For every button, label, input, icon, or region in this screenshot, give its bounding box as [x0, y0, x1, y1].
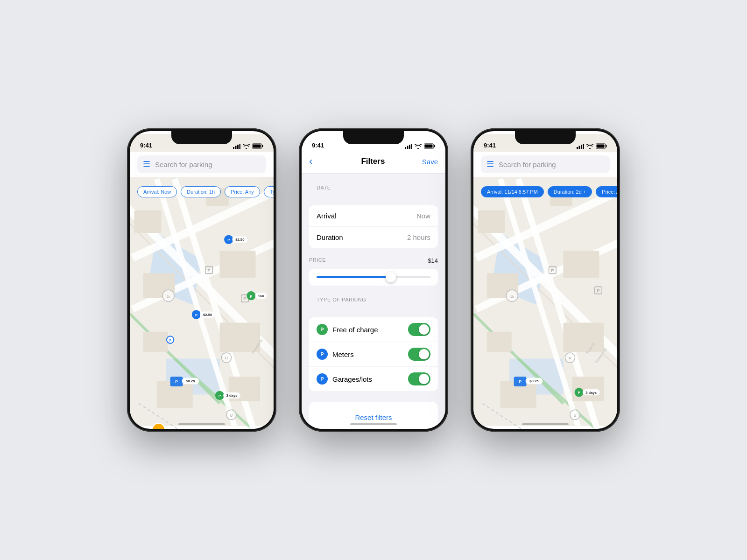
battery-icon-3	[596, 143, 607, 149]
svg-text:P: P	[175, 379, 178, 384]
type-label: TYPE OF PARKING	[309, 297, 445, 306]
phone-1: 9:41	[127, 128, 276, 432]
svg-rect-74	[434, 145, 435, 147]
svg-text:U: U	[569, 356, 571, 360]
duration-label: Duration	[317, 233, 343, 241]
wifi-icon-1	[243, 144, 250, 149]
toggle-rows: P Free of charge P Meters P Garages/lots	[309, 317, 438, 391]
search-bar-1[interactable]: ☰ Search for parking	[137, 155, 266, 173]
arrival-value: Now	[416, 212, 430, 220]
status-icons-3	[577, 143, 607, 149]
svg-text:P: P	[207, 268, 211, 273]
garages-icon: P	[317, 373, 328, 385]
svg-text:P: P	[218, 394, 221, 398]
svg-rect-72	[411, 144, 413, 149]
home-bar-1	[178, 423, 225, 425]
back-button[interactable]: ‹	[309, 155, 324, 168]
chip-type-1[interactable]: Type	[264, 186, 274, 197]
chip-arrival-3[interactable]: Arrival: 11/14 6:57 PM	[481, 186, 544, 197]
reset-button[interactable]: Reset filters	[355, 413, 392, 421]
search-bar-3[interactable]: ☰ Search for parking	[481, 155, 610, 173]
phone-2: 9:41	[299, 128, 448, 432]
duration-value: 2 hours	[407, 233, 430, 241]
save-button[interactable]: Save	[422, 158, 438, 166]
home-bar-2	[350, 423, 397, 425]
svg-text:16h: 16h	[258, 294, 264, 298]
meters-icon: P	[317, 349, 328, 360]
date-label: DATE	[309, 185, 445, 194]
slider-fill	[317, 276, 391, 278]
svg-text:$2.50: $2.50	[235, 238, 244, 242]
svg-text:P: P	[243, 296, 247, 301]
svg-text:3 days: 3 days	[585, 391, 597, 395]
map-screen-1[interactable]: Howard St 7th St P P 1h U U	[130, 131, 274, 429]
free-charge-icon: P	[317, 324, 328, 335]
status-time-1: 9:41	[140, 142, 152, 149]
svg-rect-69	[405, 147, 406, 149]
toggle-meters-label: Meters	[332, 350, 403, 358]
chip-price-1[interactable]: Price: Any	[225, 186, 260, 197]
arrival-row[interactable]: Arrival Now	[309, 205, 438, 227]
status-icons-1	[233, 143, 263, 149]
svg-text:P: P	[578, 391, 580, 395]
menu-icon-1[interactable]: ☰	[143, 159, 150, 169]
svg-rect-99	[564, 322, 604, 352]
svg-rect-70	[407, 146, 409, 149]
toggle-free-switch[interactable]	[408, 323, 430, 336]
toggle-garages-label: Garages/lots	[332, 375, 403, 383]
svg-rect-3	[240, 144, 241, 149]
notch-3	[515, 131, 576, 144]
svg-rect-75	[425, 145, 433, 148]
scene: 9:41	[108, 100, 639, 460]
svg-text:1h: 1h	[167, 295, 170, 298]
battery-icon-2	[424, 143, 435, 149]
search-placeholder-3: Search for parking	[499, 161, 556, 168]
wifi-icon-3	[586, 144, 593, 149]
chip-price-3[interactable]: Price: A	[596, 186, 617, 197]
svg-rect-94	[478, 210, 505, 233]
svg-rect-76	[577, 147, 578, 149]
svg-rect-71	[409, 145, 410, 149]
date-section: DATE Arrival Now Duration 2 hours	[302, 185, 445, 248]
toggle-meters-switch[interactable]	[408, 348, 430, 361]
svg-text:P: P	[519, 379, 521, 384]
signal-icon-3	[577, 144, 584, 149]
toggle-garages[interactable]: P Garages/lots	[309, 367, 438, 391]
toggle-meters[interactable]: P Meters	[309, 342, 438, 367]
toggle-free[interactable]: P Free of charge	[309, 317, 438, 342]
chip-duration-3[interactable]: Duration: 2d +	[548, 186, 592, 197]
arrival-label: Arrival	[317, 212, 337, 220]
status-time-3: 9:41	[484, 142, 496, 149]
svg-text:P: P	[169, 339, 171, 342]
svg-rect-1	[235, 146, 237, 149]
toggle-garages-switch[interactable]	[408, 372, 430, 385]
svg-text:U: U	[574, 413, 577, 418]
notch-1	[171, 131, 232, 144]
duration-row[interactable]: Duration 2 hours	[309, 227, 438, 248]
svg-text:P: P	[597, 288, 600, 293]
signal-icon-2	[405, 144, 412, 149]
slider-thumb[interactable]	[386, 272, 396, 282]
svg-rect-0	[233, 147, 234, 149]
price-slider-container[interactable]	[309, 269, 438, 286]
wifi-icon-2	[415, 144, 422, 149]
toggle-free-label: Free of charge	[332, 326, 403, 334]
price-section: PRICE $14	[309, 257, 438, 286]
price-slider[interactable]	[317, 276, 430, 278]
menu-icon-3[interactable]: ☰	[486, 159, 494, 169]
svg-text:1h: 1h	[510, 295, 514, 298]
chip-arrival-1[interactable]: Arrival: Now	[137, 186, 177, 197]
home-bar-3	[522, 423, 569, 425]
map-screen-3[interactable]: Russ St Howard St 7th St P P 1h U U	[473, 131, 617, 429]
svg-text:P: P	[195, 313, 197, 317]
svg-rect-5	[262, 145, 263, 147]
svg-rect-20	[220, 251, 256, 278]
svg-text:U: U	[225, 356, 228, 360]
phone-3: 9:41	[471, 128, 620, 432]
filter-chips-1: Arrival: Now Duration: 1h Price: Any Typ…	[130, 182, 274, 201]
filter-title: Filters	[361, 157, 385, 166]
svg-text:P: P	[227, 238, 230, 242]
chip-duration-1[interactable]: Duration: 1h	[181, 186, 221, 197]
svg-text:2h: 2h	[156, 428, 161, 429]
svg-rect-82	[597, 145, 605, 148]
